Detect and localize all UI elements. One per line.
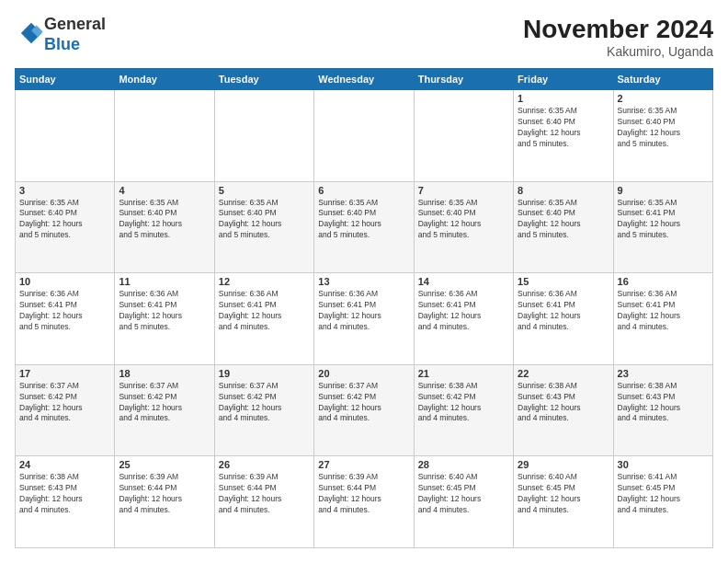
location: Kakumiro, Uganda bbox=[523, 44, 713, 59]
calendar-cell: 9Sunrise: 6:35 AM Sunset: 6:41 PM Daylig… bbox=[613, 181, 712, 273]
day-info: Sunrise: 6:36 AM Sunset: 6:41 PM Dayligh… bbox=[318, 289, 409, 333]
day-number: 20 bbox=[318, 368, 409, 379]
day-info: Sunrise: 6:40 AM Sunset: 6:45 PM Dayligh… bbox=[418, 472, 509, 516]
day-number: 24 bbox=[19, 459, 110, 470]
calendar-week-2: 3Sunrise: 6:35 AM Sunset: 6:40 PM Daylig… bbox=[16, 181, 713, 273]
day-number: 8 bbox=[518, 185, 609, 196]
day-info: Sunrise: 6:35 AM Sunset: 6:40 PM Dayligh… bbox=[518, 106, 609, 150]
calendar-cell: 14Sunrise: 6:36 AM Sunset: 6:41 PM Dayli… bbox=[414, 273, 513, 365]
calendar-week-5: 24Sunrise: 6:38 AM Sunset: 6:43 PM Dayli… bbox=[16, 456, 713, 548]
col-header-thursday: Thursday bbox=[414, 69, 513, 90]
col-header-wednesday: Wednesday bbox=[314, 69, 414, 90]
day-number: 6 bbox=[318, 185, 409, 196]
calendar-body: 1Sunrise: 6:35 AM Sunset: 6:40 PM Daylig… bbox=[16, 90, 713, 548]
day-info: Sunrise: 6:36 AM Sunset: 6:41 PM Dayligh… bbox=[219, 289, 310, 333]
day-info: Sunrise: 6:35 AM Sunset: 6:40 PM Dayligh… bbox=[19, 198, 110, 242]
logo-icon bbox=[18, 20, 44, 46]
calendar-cell: 19Sunrise: 6:37 AM Sunset: 6:42 PM Dayli… bbox=[214, 364, 313, 456]
calendar-cell: 8Sunrise: 6:35 AM Sunset: 6:40 PM Daylig… bbox=[514, 181, 613, 273]
calendar-cell: 16Sunrise: 6:36 AM Sunset: 6:41 PM Dayli… bbox=[613, 273, 712, 365]
day-number: 30 bbox=[618, 459, 709, 470]
day-number: 28 bbox=[418, 459, 509, 470]
calendar-cell: 15Sunrise: 6:36 AM Sunset: 6:41 PM Dayli… bbox=[514, 273, 613, 365]
day-number: 13 bbox=[318, 276, 409, 287]
calendar-cell: 28Sunrise: 6:40 AM Sunset: 6:45 PM Dayli… bbox=[414, 456, 513, 548]
day-number: 23 bbox=[618, 368, 709, 379]
calendar-week-3: 10Sunrise: 6:36 AM Sunset: 6:41 PM Dayli… bbox=[16, 273, 713, 365]
day-info: Sunrise: 6:38 AM Sunset: 6:42 PM Dayligh… bbox=[418, 381, 509, 425]
calendar-cell: 1Sunrise: 6:35 AM Sunset: 6:40 PM Daylig… bbox=[514, 90, 613, 182]
logo-text: General Blue bbox=[44, 15, 106, 54]
calendar-cell bbox=[16, 90, 115, 182]
calendar-cell: 21Sunrise: 6:38 AM Sunset: 6:42 PM Dayli… bbox=[414, 364, 513, 456]
day-info: Sunrise: 6:37 AM Sunset: 6:42 PM Dayligh… bbox=[19, 381, 110, 425]
day-number: 1 bbox=[518, 93, 609, 104]
day-number: 11 bbox=[119, 276, 210, 287]
calendar-cell: 18Sunrise: 6:37 AM Sunset: 6:42 PM Dayli… bbox=[115, 364, 214, 456]
calendar-cell: 10Sunrise: 6:36 AM Sunset: 6:41 PM Dayli… bbox=[16, 273, 115, 365]
day-info: Sunrise: 6:38 AM Sunset: 6:43 PM Dayligh… bbox=[19, 472, 110, 516]
calendar-table: SundayMondayTuesdayWednesdayThursdayFrid… bbox=[15, 68, 713, 548]
page: General Blue November 2024 Kakumiro, Uga… bbox=[0, 0, 728, 563]
day-number: 22 bbox=[518, 368, 609, 379]
day-info: Sunrise: 6:35 AM Sunset: 6:40 PM Dayligh… bbox=[418, 198, 509, 242]
calendar-header-row: SundayMondayTuesdayWednesdayThursdayFrid… bbox=[16, 69, 713, 90]
day-info: Sunrise: 6:36 AM Sunset: 6:41 PM Dayligh… bbox=[19, 289, 110, 333]
day-info: Sunrise: 6:38 AM Sunset: 6:43 PM Dayligh… bbox=[618, 381, 709, 425]
month-title: November 2024 bbox=[523, 15, 713, 44]
day-number: 17 bbox=[19, 368, 110, 379]
day-number: 29 bbox=[518, 459, 609, 470]
calendar-cell: 24Sunrise: 6:38 AM Sunset: 6:43 PM Dayli… bbox=[16, 456, 115, 548]
logo: General Blue bbox=[15, 15, 106, 54]
day-number: 3 bbox=[19, 185, 110, 196]
day-info: Sunrise: 6:37 AM Sunset: 6:42 PM Dayligh… bbox=[318, 381, 409, 425]
day-number: 15 bbox=[518, 276, 609, 287]
day-number: 26 bbox=[219, 459, 310, 470]
day-info: Sunrise: 6:41 AM Sunset: 6:45 PM Dayligh… bbox=[618, 472, 709, 516]
calendar-cell: 22Sunrise: 6:38 AM Sunset: 6:43 PM Dayli… bbox=[514, 364, 613, 456]
title-block: November 2024 Kakumiro, Uganda bbox=[523, 15, 713, 59]
calendar-week-1: 1Sunrise: 6:35 AM Sunset: 6:40 PM Daylig… bbox=[16, 90, 713, 182]
col-header-tuesday: Tuesday bbox=[214, 69, 313, 90]
col-header-friday: Friday bbox=[514, 69, 613, 90]
calendar-cell: 5Sunrise: 6:35 AM Sunset: 6:40 PM Daylig… bbox=[214, 181, 313, 273]
calendar-week-4: 17Sunrise: 6:37 AM Sunset: 6:42 PM Dayli… bbox=[16, 364, 713, 456]
calendar-cell: 26Sunrise: 6:39 AM Sunset: 6:44 PM Dayli… bbox=[214, 456, 313, 548]
day-number: 2 bbox=[618, 93, 709, 104]
calendar-cell bbox=[115, 90, 214, 182]
calendar-cell: 30Sunrise: 6:41 AM Sunset: 6:45 PM Dayli… bbox=[613, 456, 712, 548]
day-info: Sunrise: 6:37 AM Sunset: 6:42 PM Dayligh… bbox=[219, 381, 310, 425]
day-info: Sunrise: 6:36 AM Sunset: 6:41 PM Dayligh… bbox=[618, 289, 709, 333]
day-info: Sunrise: 6:35 AM Sunset: 6:40 PM Dayligh… bbox=[618, 106, 709, 150]
day-info: Sunrise: 6:39 AM Sunset: 6:44 PM Dayligh… bbox=[318, 472, 409, 516]
calendar-cell: 3Sunrise: 6:35 AM Sunset: 6:40 PM Daylig… bbox=[16, 181, 115, 273]
day-info: Sunrise: 6:37 AM Sunset: 6:42 PM Dayligh… bbox=[119, 381, 210, 425]
day-info: Sunrise: 6:36 AM Sunset: 6:41 PM Dayligh… bbox=[418, 289, 509, 333]
day-info: Sunrise: 6:35 AM Sunset: 6:40 PM Dayligh… bbox=[219, 198, 310, 242]
day-number: 4 bbox=[119, 185, 210, 196]
calendar-cell: 29Sunrise: 6:40 AM Sunset: 6:45 PM Dayli… bbox=[514, 456, 613, 548]
day-info: Sunrise: 6:38 AM Sunset: 6:43 PM Dayligh… bbox=[518, 381, 609, 425]
calendar-cell: 6Sunrise: 6:35 AM Sunset: 6:40 PM Daylig… bbox=[314, 181, 414, 273]
day-info: Sunrise: 6:35 AM Sunset: 6:41 PM Dayligh… bbox=[618, 198, 709, 242]
calendar-cell: 11Sunrise: 6:36 AM Sunset: 6:41 PM Dayli… bbox=[115, 273, 214, 365]
day-info: Sunrise: 6:35 AM Sunset: 6:40 PM Dayligh… bbox=[318, 198, 409, 242]
day-info: Sunrise: 6:39 AM Sunset: 6:44 PM Dayligh… bbox=[119, 472, 210, 516]
calendar-cell bbox=[214, 90, 313, 182]
calendar-cell: 17Sunrise: 6:37 AM Sunset: 6:42 PM Dayli… bbox=[16, 364, 115, 456]
calendar-cell: 20Sunrise: 6:37 AM Sunset: 6:42 PM Dayli… bbox=[314, 364, 414, 456]
day-number: 10 bbox=[19, 276, 110, 287]
day-number: 16 bbox=[618, 276, 709, 287]
day-number: 5 bbox=[219, 185, 310, 196]
logo-general: General bbox=[44, 15, 106, 33]
calendar-cell: 12Sunrise: 6:36 AM Sunset: 6:41 PM Dayli… bbox=[214, 273, 313, 365]
day-info: Sunrise: 6:35 AM Sunset: 6:40 PM Dayligh… bbox=[518, 198, 609, 242]
day-number: 12 bbox=[219, 276, 310, 287]
day-number: 21 bbox=[418, 368, 509, 379]
calendar-cell: 27Sunrise: 6:39 AM Sunset: 6:44 PM Dayli… bbox=[314, 456, 414, 548]
logo-blue: Blue bbox=[44, 35, 80, 53]
calendar-cell: 7Sunrise: 6:35 AM Sunset: 6:40 PM Daylig… bbox=[414, 181, 513, 273]
calendar-cell: 2Sunrise: 6:35 AM Sunset: 6:40 PM Daylig… bbox=[613, 90, 712, 182]
day-info: Sunrise: 6:35 AM Sunset: 6:40 PM Dayligh… bbox=[119, 198, 210, 242]
day-info: Sunrise: 6:36 AM Sunset: 6:41 PM Dayligh… bbox=[119, 289, 210, 333]
